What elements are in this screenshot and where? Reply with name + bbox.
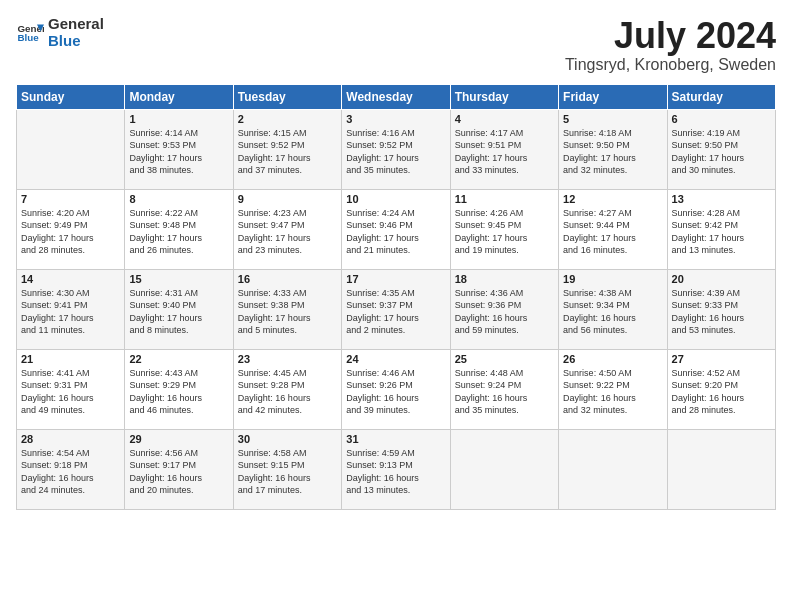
cell-week3-day4: 18Sunrise: 4:36 AM Sunset: 9:36 PM Dayli…: [450, 269, 558, 349]
day-number: 23: [238, 353, 337, 365]
title-block: July 2024 Tingsryd, Kronoberg, Sweden: [565, 16, 776, 74]
day-number: 6: [672, 113, 771, 125]
day-number: 13: [672, 193, 771, 205]
day-number: 9: [238, 193, 337, 205]
day-number: 5: [563, 113, 662, 125]
calendar-page: General Blue General Blue July 2024 Ting…: [0, 0, 792, 612]
cell-week2-day3: 10Sunrise: 4:24 AM Sunset: 9:46 PM Dayli…: [342, 189, 450, 269]
cell-week2-day1: 8Sunrise: 4:22 AM Sunset: 9:48 PM Daylig…: [125, 189, 233, 269]
cell-text: Sunrise: 4:35 AM Sunset: 9:37 PM Dayligh…: [346, 287, 445, 337]
day-number: 27: [672, 353, 771, 365]
day-number: 11: [455, 193, 554, 205]
cell-text: Sunrise: 4:59 AM Sunset: 9:13 PM Dayligh…: [346, 447, 445, 497]
day-number: 2: [238, 113, 337, 125]
cell-week2-day2: 9Sunrise: 4:23 AM Sunset: 9:47 PM Daylig…: [233, 189, 341, 269]
col-saturday: Saturday: [667, 84, 775, 109]
day-number: 16: [238, 273, 337, 285]
cell-week4-day1: 22Sunrise: 4:43 AM Sunset: 9:29 PM Dayli…: [125, 349, 233, 429]
day-number: 7: [21, 193, 120, 205]
cell-text: Sunrise: 4:19 AM Sunset: 9:50 PM Dayligh…: [672, 127, 771, 177]
cell-week3-day0: 14Sunrise: 4:30 AM Sunset: 9:41 PM Dayli…: [17, 269, 125, 349]
day-number: 3: [346, 113, 445, 125]
col-friday: Friday: [559, 84, 667, 109]
cell-week1-day3: 3Sunrise: 4:16 AM Sunset: 9:52 PM Daylig…: [342, 109, 450, 189]
header: General Blue General Blue July 2024 Ting…: [16, 16, 776, 74]
day-number: 25: [455, 353, 554, 365]
cell-text: Sunrise: 4:33 AM Sunset: 9:38 PM Dayligh…: [238, 287, 337, 337]
week-row-5: 28Sunrise: 4:54 AM Sunset: 9:18 PM Dayli…: [17, 429, 776, 509]
week-row-1: 1Sunrise: 4:14 AM Sunset: 9:53 PM Daylig…: [17, 109, 776, 189]
col-wednesday: Wednesday: [342, 84, 450, 109]
svg-text:Blue: Blue: [17, 32, 39, 43]
cell-week1-day0: [17, 109, 125, 189]
cell-text: Sunrise: 4:31 AM Sunset: 9:40 PM Dayligh…: [129, 287, 228, 337]
week-row-2: 7Sunrise: 4:20 AM Sunset: 9:49 PM Daylig…: [17, 189, 776, 269]
cell-week3-day5: 19Sunrise: 4:38 AM Sunset: 9:34 PM Dayli…: [559, 269, 667, 349]
cell-text: Sunrise: 4:39 AM Sunset: 9:33 PM Dayligh…: [672, 287, 771, 337]
cell-week1-day5: 5Sunrise: 4:18 AM Sunset: 9:50 PM Daylig…: [559, 109, 667, 189]
cell-week4-day3: 24Sunrise: 4:46 AM Sunset: 9:26 PM Dayli…: [342, 349, 450, 429]
day-number: 26: [563, 353, 662, 365]
cell-week1-day2: 2Sunrise: 4:15 AM Sunset: 9:52 PM Daylig…: [233, 109, 341, 189]
day-number: 17: [346, 273, 445, 285]
day-number: 1: [129, 113, 228, 125]
cell-text: Sunrise: 4:18 AM Sunset: 9:50 PM Dayligh…: [563, 127, 662, 177]
cell-week4-day0: 21Sunrise: 4:41 AM Sunset: 9:31 PM Dayli…: [17, 349, 125, 429]
col-monday: Monday: [125, 84, 233, 109]
cell-text: Sunrise: 4:36 AM Sunset: 9:36 PM Dayligh…: [455, 287, 554, 337]
day-number: 15: [129, 273, 228, 285]
cell-week5-day1: 29Sunrise: 4:56 AM Sunset: 9:17 PM Dayli…: [125, 429, 233, 509]
col-thursday: Thursday: [450, 84, 558, 109]
cell-week5-day3: 31Sunrise: 4:59 AM Sunset: 9:13 PM Dayli…: [342, 429, 450, 509]
day-number: 29: [129, 433, 228, 445]
cell-week3-day1: 15Sunrise: 4:31 AM Sunset: 9:40 PM Dayli…: [125, 269, 233, 349]
month-year: July 2024: [565, 16, 776, 56]
cell-week2-day0: 7Sunrise: 4:20 AM Sunset: 9:49 PM Daylig…: [17, 189, 125, 269]
cell-week3-day3: 17Sunrise: 4:35 AM Sunset: 9:37 PM Dayli…: [342, 269, 450, 349]
cell-text: Sunrise: 4:27 AM Sunset: 9:44 PM Dayligh…: [563, 207, 662, 257]
cell-text: Sunrise: 4:26 AM Sunset: 9:45 PM Dayligh…: [455, 207, 554, 257]
calendar-table: Sunday Monday Tuesday Wednesday Thursday…: [16, 84, 776, 510]
cell-week1-day1: 1Sunrise: 4:14 AM Sunset: 9:53 PM Daylig…: [125, 109, 233, 189]
cell-week5-day6: [667, 429, 775, 509]
cell-week2-day4: 11Sunrise: 4:26 AM Sunset: 9:45 PM Dayli…: [450, 189, 558, 269]
day-number: 19: [563, 273, 662, 285]
day-number: 20: [672, 273, 771, 285]
cell-text: Sunrise: 4:45 AM Sunset: 9:28 PM Dayligh…: [238, 367, 337, 417]
col-sunday: Sunday: [17, 84, 125, 109]
cell-week5-day0: 28Sunrise: 4:54 AM Sunset: 9:18 PM Dayli…: [17, 429, 125, 509]
cell-text: Sunrise: 4:50 AM Sunset: 9:22 PM Dayligh…: [563, 367, 662, 417]
location: Tingsryd, Kronoberg, Sweden: [565, 56, 776, 74]
cell-text: Sunrise: 4:20 AM Sunset: 9:49 PM Dayligh…: [21, 207, 120, 257]
cell-week2-day6: 13Sunrise: 4:28 AM Sunset: 9:42 PM Dayli…: [667, 189, 775, 269]
cell-text: Sunrise: 4:30 AM Sunset: 9:41 PM Dayligh…: [21, 287, 120, 337]
cell-week3-day6: 20Sunrise: 4:39 AM Sunset: 9:33 PM Dayli…: [667, 269, 775, 349]
cell-text: Sunrise: 4:16 AM Sunset: 9:52 PM Dayligh…: [346, 127, 445, 177]
cell-text: Sunrise: 4:56 AM Sunset: 9:17 PM Dayligh…: [129, 447, 228, 497]
week-row-4: 21Sunrise: 4:41 AM Sunset: 9:31 PM Dayli…: [17, 349, 776, 429]
cell-text: Sunrise: 4:41 AM Sunset: 9:31 PM Dayligh…: [21, 367, 120, 417]
cell-text: Sunrise: 4:52 AM Sunset: 9:20 PM Dayligh…: [672, 367, 771, 417]
logo-blue-text: Blue: [48, 33, 104, 50]
logo-general-text: General: [48, 16, 104, 33]
cell-text: Sunrise: 4:22 AM Sunset: 9:48 PM Dayligh…: [129, 207, 228, 257]
day-number: 12: [563, 193, 662, 205]
cell-week2-day5: 12Sunrise: 4:27 AM Sunset: 9:44 PM Dayli…: [559, 189, 667, 269]
day-number: 18: [455, 273, 554, 285]
cell-week5-day4: [450, 429, 558, 509]
day-number: 8: [129, 193, 228, 205]
day-number: 22: [129, 353, 228, 365]
cell-week5-day2: 30Sunrise: 4:58 AM Sunset: 9:15 PM Dayli…: [233, 429, 341, 509]
cell-week4-day6: 27Sunrise: 4:52 AM Sunset: 9:20 PM Dayli…: [667, 349, 775, 429]
cell-text: Sunrise: 4:58 AM Sunset: 9:15 PM Dayligh…: [238, 447, 337, 497]
logo: General Blue General Blue: [16, 16, 104, 49]
cell-text: Sunrise: 4:43 AM Sunset: 9:29 PM Dayligh…: [129, 367, 228, 417]
cell-text: Sunrise: 4:54 AM Sunset: 9:18 PM Dayligh…: [21, 447, 120, 497]
cell-text: Sunrise: 4:48 AM Sunset: 9:24 PM Dayligh…: [455, 367, 554, 417]
day-number: 28: [21, 433, 120, 445]
cell-week1-day6: 6Sunrise: 4:19 AM Sunset: 9:50 PM Daylig…: [667, 109, 775, 189]
cell-week5-day5: [559, 429, 667, 509]
cell-week4-day5: 26Sunrise: 4:50 AM Sunset: 9:22 PM Dayli…: [559, 349, 667, 429]
cell-text: Sunrise: 4:46 AM Sunset: 9:26 PM Dayligh…: [346, 367, 445, 417]
header-row: Sunday Monday Tuesday Wednesday Thursday…: [17, 84, 776, 109]
